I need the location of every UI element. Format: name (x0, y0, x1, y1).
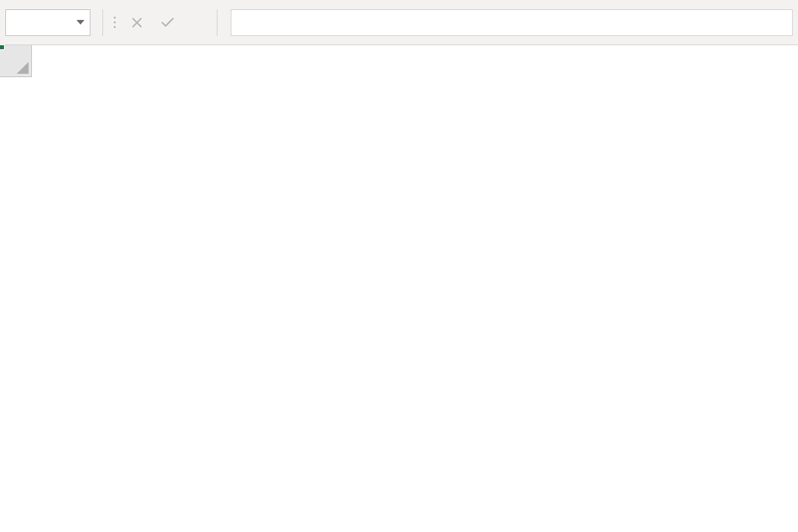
separator (102, 9, 103, 36)
confirm-icon[interactable] (160, 15, 176, 31)
cancel-icon[interactable] (129, 15, 145, 31)
drag-handle-icon[interactable] (114, 17, 116, 28)
name-box[interactable] (5, 9, 90, 36)
select-all-corner[interactable] (0, 45, 32, 77)
chevron-down-icon[interactable] (76, 20, 84, 25)
spreadsheet-app (0, 0, 798, 532)
formula-bar-buttons (122, 15, 213, 31)
formula-bar (0, 0, 798, 45)
separator (217, 9, 217, 36)
fx-icon[interactable] (190, 15, 206, 31)
spreadsheet-grid[interactable] (0, 45, 798, 532)
formula-input[interactable] (231, 9, 793, 36)
